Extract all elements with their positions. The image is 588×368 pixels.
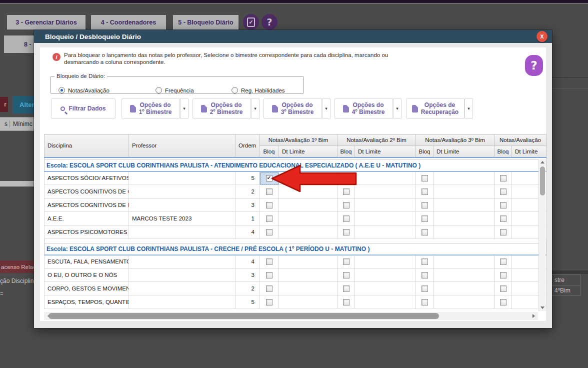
bloq-checkbox-bim-1[interactable] <box>266 286 272 292</box>
radio-icon[interactable] <box>58 87 65 94</box>
dt-limite-cell-bim-3[interactable] <box>434 172 494 185</box>
radio-icon[interactable] <box>156 87 162 94</box>
bloq-cell-bim-2 <box>338 282 355 296</box>
help-circle-icon[interactable]: ? <box>262 14 278 30</box>
dt-limite-cell-bim-2[interactable] <box>355 172 416 185</box>
dt-limite-cell-bim-2[interactable] <box>355 268 416 282</box>
options-button-4[interactable]: Opções do4º Bimestre <box>334 98 393 119</box>
scroll-up-icon[interactable] <box>539 159 546 166</box>
bloq-checkbox-bim-3[interactable] <box>422 299 428 306</box>
bloq-checkbox-bim-1[interactable] <box>266 202 272 208</box>
bloq-checkbox-bim-3[interactable] <box>422 258 428 265</box>
dt-limite-cell-bim-2[interactable] <box>355 282 416 296</box>
radio-icon[interactable] <box>232 87 238 94</box>
bloq-checkbox-bim-2[interactable] <box>343 272 350 278</box>
caret-down-icon[interactable] <box>251 98 260 119</box>
bloq-checkbox-bim-3[interactable] <box>422 202 428 208</box>
options-label-line2: 2º Bimestre <box>210 108 243 116</box>
clipboard-check-icon[interactable]: ✓ <box>243 14 259 30</box>
vertical-scrollbar[interactable] <box>538 159 546 311</box>
dt-limite-cell-bim-1[interactable] <box>279 255 338 268</box>
dt-limite-cell-bim-3[interactable] <box>434 185 494 198</box>
dt-limite-cell-bim-3[interactable] <box>434 198 494 212</box>
bloq-checkbox-bim-4[interactable] <box>500 175 506 182</box>
radio-option-2[interactable]: Frequência <box>156 87 194 94</box>
bloq-checkbox-bim-2[interactable] <box>343 216 350 222</box>
dt-limite-cell-bim-1[interactable] <box>279 185 338 198</box>
bloq-checkbox-bim-4[interactable] <box>500 229 506 236</box>
horizontal-scroll-thumb[interactable] <box>48 313 439 319</box>
dt-limite-cell-bim-1[interactable] <box>279 172 338 185</box>
bloq-checkbox-bim-2[interactable] <box>343 286 350 292</box>
dt-limite-cell-bim-3[interactable] <box>434 268 494 282</box>
scroll-right-icon[interactable] <box>530 312 537 320</box>
bloq-checkbox-bim-4[interactable] <box>500 272 506 278</box>
dt-limite-cell-bim-3[interactable] <box>434 255 494 268</box>
dt-limite-cell-bim-3[interactable] <box>434 226 494 239</box>
bloq-checkbox-bim-4[interactable] <box>500 216 506 222</box>
bloq-checkbox-bim-1[interactable] <box>266 229 272 236</box>
bloq-checkbox-bim-2[interactable] <box>343 229 350 236</box>
options-button-2[interactable]: Opções do2º Bimestre <box>192 98 251 119</box>
vertical-scroll-thumb[interactable] <box>540 166 545 196</box>
dt-limite-cell-bim-2[interactable] <box>355 296 416 309</box>
background-tab-4[interactable]: 4 - Coordenadores <box>91 15 166 30</box>
bloq-checkbox-bim-3[interactable] <box>422 286 428 292</box>
close-icon[interactable]: X <box>536 31 548 42</box>
dt-limite-cell-bim-2[interactable] <box>355 198 416 212</box>
caret-down-icon[interactable] <box>393 98 402 119</box>
scroll-down-icon[interactable] <box>539 304 546 311</box>
bloq-checkbox-bim-1[interactable] <box>266 258 272 265</box>
radio-option-3[interactable]: Reg. Habilidades <box>232 87 285 94</box>
dt-limite-cell-bim-2[interactable] <box>355 185 416 198</box>
dt-limite-cell-bim-1[interactable] <box>279 226 338 239</box>
bloq-checkbox-bim-4[interactable] <box>500 286 506 292</box>
dt-limite-cell-bim-1[interactable] <box>279 282 338 296</box>
dt-limite-cell-bim-3[interactable] <box>434 296 494 309</box>
bloq-checkbox-bim-1[interactable] <box>266 175 272 182</box>
bloq-cell-bim-1 <box>260 255 279 268</box>
bloq-checkbox-bim-2[interactable] <box>343 188 350 195</box>
bloq-checkbox-bim-3[interactable] <box>422 229 428 236</box>
bloq-checkbox-bim-4[interactable] <box>500 258 506 265</box>
dt-limite-cell-bim-1[interactable] <box>279 268 338 282</box>
bloq-checkbox-bim-3[interactable] <box>422 216 428 222</box>
dt-limite-cell-bim-1[interactable] <box>279 212 338 226</box>
filter-button[interactable]: Filtrar Dados <box>51 98 116 119</box>
dt-limite-cell-bim-3[interactable] <box>434 282 494 296</box>
bloq-checkbox-bim-2[interactable] <box>343 299 350 306</box>
bloq-checkbox-bim-1[interactable] <box>266 272 272 278</box>
caret-down-icon[interactable] <box>322 98 330 119</box>
bloq-checkbox-bim-4[interactable] <box>500 299 506 306</box>
bloq-checkbox-bim-1[interactable] <box>266 299 272 306</box>
dt-limite-cell-bim-3[interactable] <box>434 212 494 226</box>
bloq-checkbox-bim-1[interactable] <box>266 216 272 222</box>
order-cell: 4 <box>236 226 260 239</box>
caret-down-icon[interactable] <box>180 98 188 119</box>
help-icon[interactable]: ? <box>525 55 543 76</box>
options-button-5[interactable]: Opções deRecuperação <box>406 98 464 119</box>
bloq-checkbox-bim-4[interactable] <box>500 188 506 195</box>
bloq-checkbox-bim-2[interactable] <box>343 175 350 182</box>
dt-limite-cell-bim-2[interactable] <box>355 212 416 226</box>
bloq-checkbox-bim-4[interactable] <box>500 202 506 208</box>
background-tab-3[interactable]: 3 - Gerenciar Diários <box>7 15 86 30</box>
bloq-checkbox-bim-3[interactable] <box>422 175 428 182</box>
caret-down-icon[interactable] <box>464 98 473 119</box>
radio-option-1[interactable]: Notas/Avaliação <box>58 87 110 94</box>
bloq-checkbox-bim-3[interactable] <box>422 272 428 278</box>
bloq-checkbox-bim-2[interactable] <box>343 202 350 208</box>
dt-limite-cell-bim-2[interactable] <box>355 226 416 239</box>
options-button-1[interactable]: Opções do1º Bimestre <box>122 98 180 119</box>
background-red-button-fragment[interactable]: r <box>0 97 8 112</box>
dt-limite-cell-bim-1[interactable] <box>279 296 338 309</box>
background-tab-5[interactable]: 5 - Bloqueio Diário <box>173 15 238 30</box>
bloq-checkbox-bim-3[interactable] <box>422 188 428 195</box>
options-button-3[interactable]: Opções do3º Bimestre <box>264 98 322 119</box>
dt-limite-cell-bim-1[interactable] <box>279 198 338 212</box>
background-alterar-button-fragment[interactable]: Alter <box>12 96 34 114</box>
bloq-checkbox-bim-1[interactable] <box>266 188 272 195</box>
dt-limite-cell-bim-2[interactable] <box>355 255 416 268</box>
bloq-checkbox-bim-2[interactable] <box>343 258 350 265</box>
horizontal-scrollbar[interactable] <box>44 312 538 320</box>
